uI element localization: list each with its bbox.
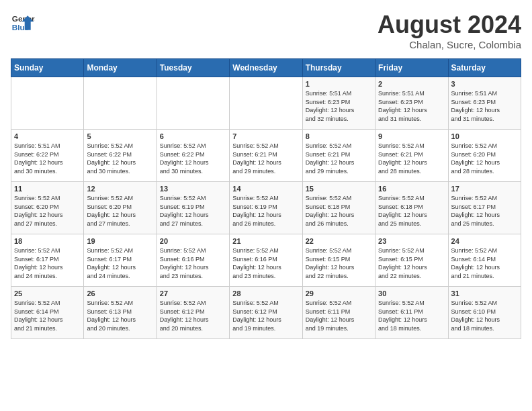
cell-content: Sunrise: 5:52 AM Sunset: 6:10 PM Dayligh… — [451, 299, 518, 332]
calendar-cell: 17Sunrise: 5:52 AM Sunset: 6:17 PM Dayli… — [448, 182, 521, 234]
logo-icon: General Blue — [11, 11, 35, 35]
svg-text:General: General — [12, 14, 35, 23]
cell-content: Sunrise: 5:51 AM Sunset: 6:23 PM Dayligh… — [451, 89, 518, 123]
cell-content: Sunrise: 5:52 AM Sunset: 6:11 PM Dayligh… — [306, 299, 372, 332]
day-number: 8 — [306, 132, 372, 140]
day-number: 3 — [451, 80, 518, 88]
calendar-week-row: 1Sunrise: 5:51 AM Sunset: 6:23 PM Daylig… — [11, 77, 521, 130]
cell-content: Sunrise: 5:52 AM Sunset: 6:21 PM Dayligh… — [378, 142, 445, 175]
cell-content: Sunrise: 5:52 AM Sunset: 6:18 PM Dayligh… — [306, 194, 372, 228]
day-number: 11 — [14, 185, 81, 193]
calendar-cell: 13Sunrise: 5:52 AM Sunset: 6:19 PM Dayli… — [157, 182, 229, 234]
calendar-cell: 11Sunrise: 5:52 AM Sunset: 6:20 PM Dayli… — [11, 182, 84, 234]
cell-content: Sunrise: 5:52 AM Sunset: 6:13 PM Dayligh… — [87, 299, 153, 332]
calendar-cell: 15Sunrise: 5:52 AM Sunset: 6:18 PM Dayli… — [302, 182, 375, 234]
day-number: 2 — [378, 80, 445, 88]
calendar-cell — [11, 77, 84, 130]
calendar-week-row: 25Sunrise: 5:52 AM Sunset: 6:14 PM Dayli… — [11, 287, 521, 339]
calendar-table: SundayMondayTuesdayWednesdayThursdayFrid… — [11, 58, 521, 339]
calendar-header: SundayMondayTuesdayWednesdayThursdayFrid… — [11, 59, 521, 77]
calendar-week-row: 11Sunrise: 5:52 AM Sunset: 6:20 PM Dayli… — [11, 182, 521, 234]
calendar-cell: 30Sunrise: 5:52 AM Sunset: 6:11 PM Dayli… — [375, 287, 448, 339]
cell-content: Sunrise: 5:52 AM Sunset: 6:19 PM Dayligh… — [160, 194, 226, 228]
calendar-cell — [84, 77, 157, 130]
day-number: 13 — [160, 185, 226, 193]
day-number: 10 — [451, 132, 518, 140]
cell-content: Sunrise: 5:52 AM Sunset: 6:19 PM Dayligh… — [232, 194, 299, 228]
day-number: 27 — [160, 289, 226, 298]
day-number: 14 — [232, 185, 299, 193]
weekday-row: SundayMondayTuesdayWednesdayThursdayFrid… — [11, 59, 521, 77]
calendar-cell: 2Sunrise: 5:51 AM Sunset: 6:23 PM Daylig… — [375, 77, 448, 130]
calendar-cell: 25Sunrise: 5:52 AM Sunset: 6:14 PM Dayli… — [11, 287, 84, 339]
calendar-cell: 6Sunrise: 5:52 AM Sunset: 6:22 PM Daylig… — [157, 130, 229, 182]
calendar-cell — [157, 77, 229, 130]
weekday-header: Saturday — [448, 59, 521, 77]
day-number: 15 — [306, 185, 372, 193]
calendar-week-row: 18Sunrise: 5:52 AM Sunset: 6:17 PM Dayli… — [11, 234, 521, 287]
weekday-header: Sunday — [11, 59, 84, 77]
month-title: August 2024 — [378, 11, 521, 39]
weekday-header: Wednesday — [230, 59, 302, 77]
calendar-cell: 14Sunrise: 5:52 AM Sunset: 6:19 PM Dayli… — [230, 182, 302, 234]
day-number: 12 — [87, 185, 153, 193]
cell-content: Sunrise: 5:52 AM Sunset: 6:20 PM Dayligh… — [451, 142, 518, 175]
day-number: 29 — [306, 289, 372, 298]
day-number: 23 — [378, 237, 445, 245]
cell-content: Sunrise: 5:52 AM Sunset: 6:12 PM Dayligh… — [232, 299, 299, 332]
cell-content: Sunrise: 5:52 AM Sunset: 6:18 PM Dayligh… — [378, 194, 445, 228]
cell-content: Sunrise: 5:51 AM Sunset: 6:23 PM Dayligh… — [306, 89, 372, 123]
day-number: 6 — [160, 132, 226, 140]
calendar-cell: 19Sunrise: 5:52 AM Sunset: 6:17 PM Dayli… — [84, 234, 157, 287]
cell-content: Sunrise: 5:51 AM Sunset: 6:22 PM Dayligh… — [14, 142, 81, 175]
day-number: 28 — [232, 289, 299, 298]
day-number: 22 — [306, 237, 372, 245]
day-number: 5 — [87, 132, 153, 140]
day-number: 7 — [232, 132, 299, 140]
calendar-cell: 23Sunrise: 5:52 AM Sunset: 6:15 PM Dayli… — [375, 234, 448, 287]
day-number: 20 — [160, 237, 226, 245]
calendar-cell: 8Sunrise: 5:52 AM Sunset: 6:21 PM Daylig… — [302, 130, 375, 182]
weekday-header: Friday — [375, 59, 448, 77]
cell-content: Sunrise: 5:52 AM Sunset: 6:17 PM Dayligh… — [451, 194, 518, 228]
cell-content: Sunrise: 5:52 AM Sunset: 6:17 PM Dayligh… — [14, 246, 81, 280]
day-number: 1 — [306, 80, 372, 88]
calendar-cell: 5Sunrise: 5:52 AM Sunset: 6:22 PM Daylig… — [84, 130, 157, 182]
calendar-week-row: 4Sunrise: 5:51 AM Sunset: 6:22 PM Daylig… — [11, 130, 521, 182]
cell-content: Sunrise: 5:52 AM Sunset: 6:15 PM Dayligh… — [306, 246, 372, 280]
cell-content: Sunrise: 5:52 AM Sunset: 6:20 PM Dayligh… — [87, 194, 153, 228]
day-number: 24 — [451, 237, 518, 245]
calendar-cell: 10Sunrise: 5:52 AM Sunset: 6:20 PM Dayli… — [448, 130, 521, 182]
calendar-cell: 4Sunrise: 5:51 AM Sunset: 6:22 PM Daylig… — [11, 130, 84, 182]
cell-content: Sunrise: 5:52 AM Sunset: 6:21 PM Dayligh… — [306, 142, 372, 175]
cell-content: Sunrise: 5:52 AM Sunset: 6:17 PM Dayligh… — [87, 246, 153, 280]
calendar-cell: 22Sunrise: 5:52 AM Sunset: 6:15 PM Dayli… — [302, 234, 375, 287]
day-number: 9 — [378, 132, 445, 140]
calendar-cell: 24Sunrise: 5:52 AM Sunset: 6:14 PM Dayli… — [448, 234, 521, 287]
calendar-cell: 9Sunrise: 5:52 AM Sunset: 6:21 PM Daylig… — [375, 130, 448, 182]
day-number: 16 — [378, 185, 445, 193]
day-number: 4 — [14, 132, 81, 140]
calendar-cell: 18Sunrise: 5:52 AM Sunset: 6:17 PM Dayli… — [11, 234, 84, 287]
location-title: Chalan, Sucre, Colombia — [378, 39, 521, 50]
calendar-cell: 3Sunrise: 5:51 AM Sunset: 6:23 PM Daylig… — [448, 77, 521, 130]
calendar-cell: 12Sunrise: 5:52 AM Sunset: 6:20 PM Dayli… — [84, 182, 157, 234]
day-number: 31 — [451, 289, 518, 298]
calendar-cell — [230, 77, 302, 130]
cell-content: Sunrise: 5:52 AM Sunset: 6:16 PM Dayligh… — [232, 246, 299, 280]
cell-content: Sunrise: 5:52 AM Sunset: 6:22 PM Dayligh… — [87, 142, 153, 175]
page-header: General Blue August 2024 Chalan, Sucre, … — [11, 11, 521, 50]
cell-content: Sunrise: 5:52 AM Sunset: 6:21 PM Dayligh… — [232, 142, 299, 175]
cell-content: Sunrise: 5:52 AM Sunset: 6:15 PM Dayligh… — [378, 246, 445, 280]
weekday-header: Tuesday — [157, 59, 229, 77]
calendar-cell: 31Sunrise: 5:52 AM Sunset: 6:10 PM Dayli… — [448, 287, 521, 339]
cell-content: Sunrise: 5:52 AM Sunset: 6:20 PM Dayligh… — [14, 194, 81, 228]
weekday-header: Thursday — [302, 59, 375, 77]
calendar-cell: 28Sunrise: 5:52 AM Sunset: 6:12 PM Dayli… — [230, 287, 302, 339]
cell-content: Sunrise: 5:52 AM Sunset: 6:12 PM Dayligh… — [160, 299, 226, 332]
day-number: 18 — [14, 237, 81, 245]
calendar-body: 1Sunrise: 5:51 AM Sunset: 6:23 PM Daylig… — [11, 77, 521, 339]
weekday-header: Monday — [84, 59, 157, 77]
cell-content: Sunrise: 5:52 AM Sunset: 6:11 PM Dayligh… — [378, 299, 445, 332]
day-number: 17 — [451, 185, 518, 193]
